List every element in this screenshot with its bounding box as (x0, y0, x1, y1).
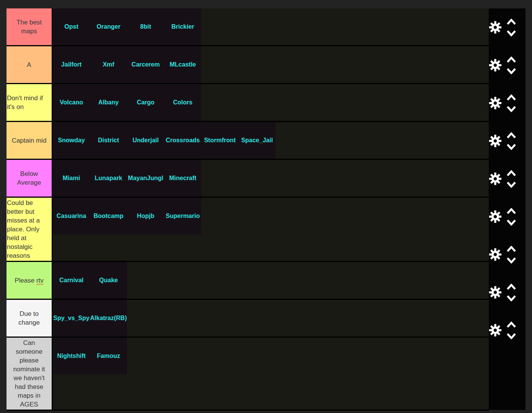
tier-controls (489, 94, 525, 112)
tier-move-up-button[interactable] (506, 321, 516, 328)
tier-label: A (7, 46, 53, 83)
tier-move-down-button[interactable] (506, 68, 516, 74)
misspelled-word: rtv (36, 277, 44, 284)
tier-controls (489, 283, 525, 301)
map-tile[interactable]: Stormfront (201, 122, 238, 159)
gear-icon (489, 248, 502, 261)
tier-move-buttons (506, 283, 516, 301)
tier-settings-button[interactable] (489, 172, 502, 185)
map-tile[interactable]: Jailfort (53, 46, 90, 83)
tier-move-down-button[interactable] (506, 181, 516, 188)
chevron-down-icon (506, 30, 516, 36)
gear-icon (489, 286, 502, 299)
map-tile[interactable]: Space_Jail (238, 122, 276, 159)
tier-move-up-button[interactable] (506, 208, 516, 214)
map-tile[interactable]: Opst (53, 8, 90, 45)
map-tile[interactable]: Cargo (127, 84, 164, 121)
map-tile[interactable]: Carnival (53, 262, 90, 299)
tier-move-up-button[interactable] (506, 18, 516, 25)
tier-move-down-button[interactable] (506, 295, 516, 301)
tier-settings-button[interactable] (489, 248, 502, 261)
tier-label-text: Could be better but misses at a place. O… (7, 198, 40, 260)
tier-label: Captain mid (7, 122, 53, 159)
chevron-down-icon (506, 181, 516, 188)
tier-move-up-button[interactable] (506, 132, 516, 138)
tier-move-up-button[interactable] (506, 246, 516, 252)
tier-list-board: The best mapsOpstOranger8bitBrickierAJai… (7, 8, 489, 411)
map-tile[interactable]: Quake (90, 262, 127, 299)
tier-move-buttons (506, 170, 516, 188)
map-tile[interactable]: Oranger (90, 8, 127, 45)
map-tile[interactable]: Brickier (164, 8, 201, 45)
tier-items: OpstOranger8bitBrickier (53, 8, 201, 45)
tier-move-buttons (506, 321, 516, 339)
chevron-up-icon (506, 170, 516, 176)
tier-move-up-button[interactable] (506, 56, 516, 63)
tier-label: Please rtv (7, 262, 53, 299)
tier-items: JailfortXmfCarceremMLcastle (53, 46, 201, 83)
chevron-down-icon (506, 257, 516, 263)
tier-move-down-button[interactable] (506, 30, 516, 36)
map-tile[interactable]: Spy_vs_Spy (53, 300, 90, 337)
map-tile[interactable]: 8bit (127, 8, 164, 45)
map-tile[interactable]: MLcastle (164, 46, 201, 83)
map-tile[interactable]: Miami (53, 160, 90, 197)
tier-label-text: Below Average (17, 169, 41, 187)
tier-settings-button[interactable] (489, 286, 502, 299)
tier-row: Due to changeSpy_vs_SpyAlkatraz(RB) (7, 300, 489, 338)
chevron-up-icon (506, 321, 516, 328)
tier-settings-button[interactable] (489, 135, 502, 148)
tier-move-down-button[interactable] (506, 219, 516, 226)
map-tile[interactable]: Minecraft (164, 160, 201, 197)
chevron-up-icon (506, 246, 516, 252)
tier-label: Could be better but misses at a place. O… (7, 198, 53, 261)
tier-label: Due to change (7, 300, 53, 337)
tier-settings-button[interactable] (489, 21, 502, 34)
tier-label: Can someone please nominate it we haven'… (7, 338, 53, 410)
tier-settings-button[interactable] (489, 324, 502, 337)
chevron-up-icon (506, 208, 516, 214)
tier-move-up-button[interactable] (506, 170, 516, 176)
tier-move-up-button[interactable] (506, 283, 516, 290)
tier-move-down-button[interactable] (506, 143, 516, 150)
tier-row: Below AverageMiamiLunaparkMayanJunglMine… (7, 160, 489, 198)
map-tile[interactable]: MayanJungl (127, 160, 164, 197)
tier-settings-button[interactable] (489, 59, 502, 72)
tier-move-down-button[interactable] (506, 106, 516, 112)
tier-settings-button[interactable] (489, 97, 502, 110)
chevron-up-icon (506, 283, 516, 290)
gear-icon (489, 210, 502, 223)
map-tile[interactable]: Bootcamp (90, 198, 127, 234)
map-tile[interactable]: Xmf (90, 46, 127, 83)
map-tile[interactable]: Hopjb (127, 198, 164, 234)
map-tile[interactable]: Carcerem (127, 46, 164, 83)
map-tile[interactable]: District (90, 122, 127, 159)
map-tile[interactable]: Underjail (127, 122, 164, 159)
map-tile[interactable]: Lunapark (90, 160, 127, 197)
tier-controls (489, 132, 525, 150)
map-tile[interactable]: Snowday (53, 122, 90, 159)
tier-move-down-button[interactable] (506, 333, 516, 339)
gear-icon (489, 97, 502, 110)
tier-settings-button[interactable] (489, 210, 502, 223)
chevron-down-icon (506, 143, 516, 150)
tier-row: Can someone please nominate it we haven'… (7, 338, 489, 411)
map-tile[interactable]: Nightshift (53, 338, 90, 374)
tier-label-text: Captain mid (12, 136, 47, 145)
tier-move-up-button[interactable] (506, 94, 516, 101)
map-tile[interactable]: Albany (90, 84, 127, 121)
tier-label-text: Due to change (18, 309, 40, 327)
map-tile[interactable]: Supermario (164, 198, 201, 234)
map-tile[interactable]: Alkatraz(RB) (90, 300, 127, 337)
tier-controls (489, 321, 525, 339)
tier-move-buttons (506, 246, 516, 263)
map-tile[interactable]: Famouz (90, 338, 127, 374)
tier-move-down-button[interactable] (506, 257, 516, 263)
map-tile[interactable]: Volcano (53, 84, 90, 121)
tier-row: Could be better but misses at a place. O… (7, 198, 489, 262)
map-tile[interactable]: Colors (164, 84, 201, 121)
gear-icon (489, 59, 502, 72)
map-tile[interactable]: Crossroads (164, 122, 201, 159)
map-tile[interactable]: Casuarina (53, 198, 90, 234)
tier-items: CasuarinaBootcampHopjbSupermario (53, 198, 201, 261)
